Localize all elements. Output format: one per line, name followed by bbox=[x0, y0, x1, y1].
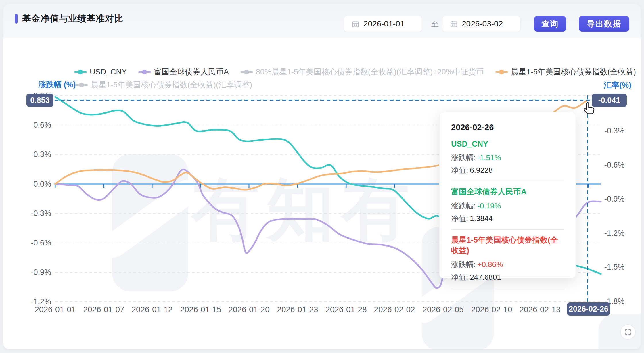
fullscreen-icon bbox=[624, 328, 632, 336]
fund-comparison-page: 基金净值与业绩基准对比 2026-01-01 至 2026-03-02 查询 导… bbox=[0, 0, 644, 353]
right-tick-label: -0.6% bbox=[604, 161, 625, 170]
left-tick-label: -0.6% bbox=[31, 239, 51, 248]
tooltip-series-name: USD_CNY bbox=[451, 140, 564, 149]
crosshair-left-value-badge: 0.853 bbox=[26, 94, 53, 107]
x-tick-label: 2026-01-28 bbox=[325, 305, 367, 314]
left-tick-label: 0.0% bbox=[33, 180, 51, 189]
tooltip-row: 净值:6.9228 bbox=[451, 165, 564, 175]
tooltip-divider bbox=[451, 288, 564, 288]
tooltip-divider bbox=[451, 229, 564, 230]
right-axis-ticks: 0.0%-0.3%-0.6%-0.9%-1.2%-1.5%-1.8% bbox=[604, 0, 639, 353]
x-tick-label: 2026-02-13 bbox=[519, 305, 560, 314]
fullscreen-button[interactable] bbox=[620, 324, 636, 340]
left-tick-label: -0.9% bbox=[31, 268, 51, 277]
x-tick-label: 2026-01-12 bbox=[131, 305, 172, 314]
tooltip-row: 涨跌幅:-1.51% bbox=[451, 153, 564, 163]
tooltip-body: USD_CNY涨跌幅:-1.51%净值:6.9228富国全球债券人民币A涨跌幅:… bbox=[451, 140, 564, 288]
tooltip-divider bbox=[451, 181, 564, 181]
left-tick-label: -1.2% bbox=[31, 297, 51, 306]
x-tick-label: 2026-01-07 bbox=[83, 305, 124, 314]
chart-tooltip: 2026-02-26 USD_CNY涨跌幅:-1.51%净值:6.9228富国全… bbox=[439, 112, 576, 278]
left-tick-label: 0.3% bbox=[33, 150, 51, 159]
tooltip-series-name: 晨星1-5年美国核心债券指数(全收益) bbox=[451, 235, 564, 256]
crosshair-date-badge: 2026-02-26 bbox=[567, 302, 610, 316]
tooltip-date: 2026-02-26 bbox=[451, 123, 564, 132]
x-tick-label: 2026-02-02 bbox=[374, 305, 415, 314]
right-tick-label: -0.9% bbox=[604, 195, 625, 204]
tooltip-row: 涨跌幅:-0.19% bbox=[451, 201, 564, 211]
tooltip-row: 净值:247.6801 bbox=[451, 272, 564, 282]
crosshair-right-value-badge: -0.041 bbox=[592, 94, 627, 107]
right-tick-label: -0.3% bbox=[604, 126, 625, 135]
hand-pointer-cursor bbox=[581, 102, 595, 116]
left-axis-ticks: 0.9%0.6%0.3%0.0%-0.3%-0.6%-0.9%-1.2% bbox=[26, 0, 51, 353]
left-tick-label: 0.6% bbox=[33, 121, 51, 130]
x-tick-label: 2026-01-20 bbox=[228, 305, 269, 314]
right-tick-label: -1.2% bbox=[604, 229, 625, 238]
x-tick-label: 2026-01-01 bbox=[34, 305, 76, 314]
left-tick-label: -0.3% bbox=[31, 209, 51, 218]
tooltip-row: 涨跌幅:+0.86% bbox=[451, 260, 564, 270]
tooltip-row: 净值:1.3844 bbox=[451, 214, 564, 224]
x-tick-label: 2026-01-23 bbox=[277, 305, 318, 314]
x-tick-label: 2026-02-10 bbox=[471, 305, 512, 314]
x-tick-label: 2026-02-05 bbox=[422, 305, 463, 314]
x-axis-ticks: 2026-01-012026-01-072026-01-122026-01-15… bbox=[0, 305, 644, 316]
x-tick-label: 2026-01-15 bbox=[180, 305, 221, 314]
tooltip-series-name: 富国全球债券人民币A bbox=[451, 187, 564, 197]
right-tick-label: -1.5% bbox=[604, 263, 625, 272]
